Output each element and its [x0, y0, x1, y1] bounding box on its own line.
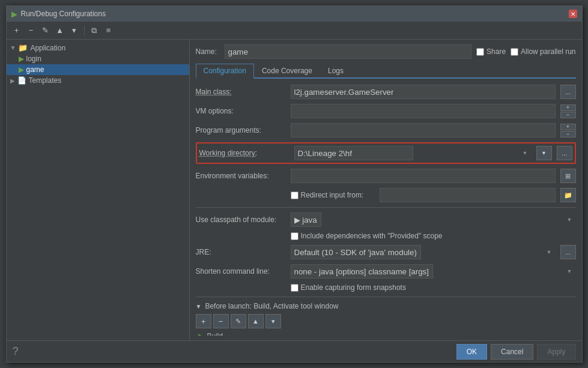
tree-templates[interactable]: ▶ 📄 Templates [7, 75, 189, 86]
login-label: login [26, 55, 41, 63]
working-dir-input[interactable] [294, 146, 413, 160]
build-label: Build [207, 332, 223, 336]
launch-toolbar: + − ✎ ▲ ▾ [196, 314, 576, 328]
main-content: ▼ 📁 Application ▶ login ▶ game ▶ 📄 Templ… [7, 40, 582, 340]
jre-browse-button[interactable]: ... [560, 245, 576, 259]
redirect-browse-button[interactable]: 📁 [560, 188, 576, 202]
include-deps-checkbox[interactable] [291, 232, 299, 240]
down-config-button[interactable]: ▾ [68, 24, 81, 37]
jre-row: JRE: Default (10 - SDK of 'java' module)… [196, 245, 576, 259]
args-plus-button[interactable]: + [560, 124, 576, 130]
main-class-input[interactable] [291, 85, 556, 99]
parallel-checkbox[interactable] [511, 48, 518, 56]
vm-minus-button[interactable]: − [560, 112, 576, 118]
edit-config-button[interactable]: ✎ [39, 24, 52, 37]
share-checkbox[interactable] [476, 48, 484, 56]
program-args-btns: + − [560, 124, 576, 137]
redirect-input[interactable] [380, 188, 556, 202]
launch-up-button[interactable]: ▲ [248, 314, 264, 328]
ok-button[interactable]: OK [456, 344, 487, 360]
program-args-label: Program arguments: [196, 126, 286, 134]
tab-logs[interactable]: Logs [320, 64, 351, 77]
tree-login[interactable]: ▶ login [7, 53, 189, 64]
before-launch-header: ▼ Before launch: Build, Activate tool wi… [196, 302, 576, 310]
launch-down-button[interactable]: ▾ [265, 314, 281, 328]
shorten-select[interactable]: none - java [options] classname [args] [291, 264, 433, 279]
footer-buttons: OK Cancel Apply [456, 344, 576, 360]
env-vars-button[interactable]: ⊞ [560, 169, 576, 183]
include-deps-row: Include dependencies with "Provided" sco… [196, 232, 576, 240]
program-args-input[interactable] [291, 123, 556, 137]
vm-options-btns: + − [560, 104, 576, 118]
remove-config-button[interactable]: − [25, 24, 38, 37]
snapshots-label: Enable capturing form snapshots [291, 283, 406, 292]
cancel-button[interactable]: Cancel [491, 344, 533, 360]
share-label: Share [486, 47, 506, 56]
apply-button[interactable]: Apply [537, 344, 575, 360]
shorten-row: Shorten command line: none - java [optio… [196, 264, 576, 279]
launch-remove-button[interactable]: − [213, 314, 229, 328]
copy-config-button[interactable]: ⧉ [88, 24, 101, 37]
help-button[interactable]: ? [13, 345, 19, 358]
env-vars-row: Environment variables: ⊞ [196, 169, 576, 183]
run-debug-dialog: ▶ Run/Debug Configurations ✕ + − ✎ ▲ ▾ ⧉… [6, 5, 583, 363]
env-vars-input[interactable] [291, 169, 556, 183]
shorten-label: Shorten command line: [196, 267, 286, 276]
name-label: Name: [196, 47, 220, 56]
section-divider-1 [196, 207, 576, 208]
config-detail: Name: Share Allow parallel run Configura… [190, 40, 582, 340]
application-label: Application [30, 44, 65, 52]
tree-application[interactable]: ▼ 📁 Application [7, 42, 189, 53]
sort-config-button[interactable]: ≡ [102, 24, 115, 37]
main-class-row: Main class: ... [196, 85, 576, 99]
vm-plus-button[interactable]: + [560, 104, 576, 111]
templates-arrow: ▶ [10, 77, 15, 84]
launch-edit-button[interactable]: ✎ [231, 314, 246, 328]
tab-code-coverage[interactable]: Code Coverage [254, 64, 320, 77]
include-deps-text: Include dependencies with "Provided" sco… [301, 232, 443, 240]
dialog-footer: ? OK Cancel Apply [7, 340, 582, 362]
env-vars-label: Environment variables: [196, 172, 286, 180]
working-dir-wrapper [294, 146, 532, 160]
login-run-icon: ▶ [19, 55, 24, 63]
classpath-select[interactable]: ▶ java [291, 213, 321, 227]
main-class-label[interactable]: Main class: [196, 88, 286, 96]
main-class-browse-button[interactable]: ... [560, 85, 576, 99]
working-dir-dropdown[interactable]: ▼ [536, 146, 552, 160]
config-toolbar: + − ✎ ▲ ▾ ⧉ ≡ [7, 22, 582, 40]
name-input[interactable] [225, 44, 472, 59]
add-config-button[interactable]: + [10, 24, 23, 37]
parallel-label: Allow parallel run [521, 47, 575, 56]
jre-select[interactable]: Default (10 - SDK of 'java' module) [291, 245, 421, 259]
jre-wrapper: Default (10 - SDK of 'java' module) [291, 245, 556, 259]
redirect-row: Redirect input from: 📁 [196, 188, 576, 202]
game-label: game [26, 65, 44, 74]
tree-game[interactable]: ▶ game [7, 64, 189, 75]
snapshots-checkbox[interactable] [291, 284, 299, 292]
config-tabs: Configuration Code Coverage Logs [196, 64, 576, 79]
redirect-label: Redirect input from: [301, 191, 364, 199]
launch-build-item: ▶ Build [196, 331, 576, 336]
tab-configuration[interactable]: Configuration [196, 64, 254, 79]
program-args-row: Program arguments: + − [196, 123, 576, 137]
vm-options-input[interactable] [291, 104, 556, 118]
app-icon: ▶ [11, 10, 17, 19]
expand-arrow: ▼ [10, 44, 16, 51]
redirect-checkbox[interactable] [291, 192, 299, 199]
templates-label: Templates [29, 76, 62, 85]
args-minus-button[interactable]: − [560, 131, 576, 137]
config-tree: ▼ 📁 Application ▶ login ▶ game ▶ 📄 Templ… [7, 40, 190, 340]
up-config-button[interactable]: ▲ [53, 24, 67, 37]
title-bar-left: ▶ Run/Debug Configurations [11, 10, 106, 19]
templates-icon: 📄 [17, 76, 26, 85]
launch-add-button[interactable]: + [196, 314, 211, 328]
working-dir-label[interactable]: Working directory: [199, 149, 289, 157]
working-dir-browse-button[interactable]: ... [557, 146, 572, 160]
classpath-wrapper: ▶ java [291, 213, 576, 227]
before-launch-arrow[interactable]: ▼ [196, 303, 202, 310]
close-button[interactable]: ✕ [569, 10, 577, 18]
vm-options-row: VM options: + − [196, 104, 576, 118]
application-icon: 📁 [18, 43, 28, 52]
classpath-row: Use classpath of module: ▶ java [196, 213, 576, 227]
working-dir-row: Working directory: ▼ ... [196, 142, 576, 164]
